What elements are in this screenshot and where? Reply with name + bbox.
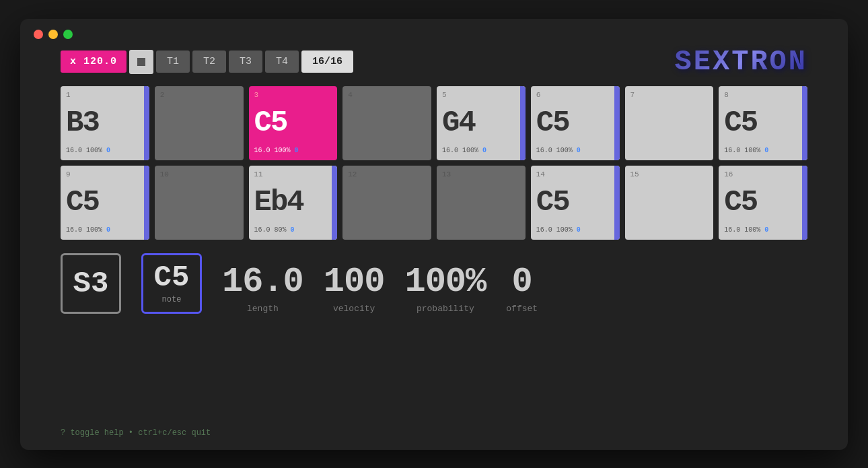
tab-t3[interactable]: T3 — [229, 51, 262, 73]
cell-info: 16.0 100% 0 — [442, 147, 520, 155]
step-cell-12[interactable]: 12 — [342, 166, 431, 240]
offset-value: 0 — [512, 265, 532, 300]
step-cell-16[interactable]: 16C516.0 100% 0 — [719, 166, 807, 240]
probability-label: probability — [417, 304, 474, 314]
step-grid: 1B316.0 100% 023C516.0 100% 045G416.0 10… — [61, 86, 807, 240]
cell-number: 13 — [442, 171, 520, 178]
app-logo: SEXTRON — [675, 46, 807, 78]
tab-t2[interactable]: T2 — [192, 51, 226, 73]
cell-number: 3 — [254, 92, 332, 99]
cell-note: C5 — [66, 187, 144, 217]
maximize-button[interactable] — [63, 30, 73, 39]
length-param: 16.0 length — [222, 265, 303, 314]
bottom-panel: S3 C5 note 16.0 length 100 velocity 100%… — [61, 248, 807, 314]
minimize-button[interactable] — [48, 30, 58, 39]
cell-number: 14 — [536, 171, 614, 178]
note-key-display[interactable]: C5 note — [141, 253, 202, 314]
cell-info: 16.0 100% 0 — [66, 147, 144, 155]
toolbar: x 120.0 T1 T2 T3 T4 16/16 SEXTRON — [61, 50, 807, 74]
cell-number: 16 — [724, 171, 802, 178]
main-content: x 120.0 T1 T2 T3 T4 16/16 SEXTRON 1B316.… — [20, 50, 848, 327]
velocity-label: velocity — [333, 304, 375, 314]
step-cell-4[interactable]: 4 — [342, 86, 431, 160]
cell-note: B3 — [66, 108, 144, 137]
probability-value: 100% — [404, 265, 486, 300]
cell-note: Eb4 — [254, 187, 332, 217]
cell-number: 6 — [536, 92, 614, 99]
cell-number: 15 — [630, 171, 709, 178]
length-label: length — [247, 304, 279, 314]
cell-info: 16.0 100% 0 — [66, 226, 144, 234]
cell-note: G4 — [442, 108, 520, 137]
step-cell-6[interactable]: 6C516.0 100% 0 — [531, 86, 620, 160]
note-key-note: C5 — [154, 263, 190, 292]
cell-info: 16.0 80% 0 — [254, 226, 332, 234]
cell-accent-bar — [614, 86, 620, 160]
step-cell-1[interactable]: 1B316.0 100% 0 — [61, 86, 149, 160]
cell-number: 2 — [160, 92, 238, 99]
step-cell-13[interactable]: 13 — [437, 166, 526, 240]
length-value: 16.0 — [222, 265, 303, 300]
cell-info: 16.0 100% 0 — [536, 226, 614, 234]
offset-param: 0 offset — [506, 265, 538, 314]
cell-note: C5 — [254, 108, 332, 137]
cell-number: 1 — [66, 92, 144, 99]
step-cell-14[interactable]: 14C516.0 100% 0 — [531, 166, 620, 240]
cell-number: 4 — [348, 92, 426, 99]
stop-button[interactable] — [129, 50, 153, 74]
bpm-button[interactable]: x 120.0 — [61, 51, 126, 73]
cell-info: 16.0 100% 0 — [254, 147, 332, 155]
step-cell-10[interactable]: 10 — [155, 166, 244, 240]
help-text: ? toggle help • ctrl+c/esc quit — [61, 428, 211, 438]
velocity-param: 100 velocity — [324, 265, 385, 314]
note-key-label: note — [162, 295, 182, 304]
offset-label: offset — [506, 304, 538, 314]
tab-t1[interactable]: T1 — [156, 51, 190, 73]
probability-param: 100% probability — [404, 265, 486, 314]
cell-accent-bar — [802, 86, 807, 160]
step-cell-2[interactable]: 2 — [155, 86, 244, 160]
tab-16-16[interactable]: 16/16 — [301, 51, 353, 73]
cell-note: C5 — [536, 108, 614, 137]
close-button[interactable] — [34, 30, 43, 39]
step-cell-15[interactable]: 15 — [625, 166, 714, 240]
cell-accent-bar — [520, 86, 526, 160]
cell-number: 12 — [348, 171, 426, 178]
app-window: x 120.0 T1 T2 T3 T4 16/16 SEXTRON 1B316.… — [20, 19, 848, 450]
step-cell-9[interactable]: 9C516.0 100% 0 — [61, 166, 149, 240]
cell-number: 8 — [724, 92, 802, 99]
step-cell-3[interactable]: 3C516.0 100% 0 — [249, 86, 338, 160]
cell-number: 7 — [630, 92, 709, 99]
step-cell-5[interactable]: 5G416.0 100% 0 — [437, 86, 526, 160]
step-cell-7[interactable]: 7 — [625, 86, 714, 160]
step-key-note: S3 — [73, 269, 109, 298]
stop-icon — [137, 58, 145, 66]
cell-accent-bar — [144, 86, 149, 160]
cell-accent-bar — [614, 166, 620, 240]
step-cell-11[interactable]: 11Eb416.0 80% 0 — [249, 166, 338, 240]
cell-number: 5 — [442, 92, 520, 99]
cell-note: C5 — [724, 108, 802, 137]
cell-note: C5 — [724, 187, 802, 217]
step-cell-8[interactable]: 8C516.0 100% 0 — [719, 86, 807, 160]
step-key-display: S3 — [61, 253, 121, 314]
cell-accent-bar — [802, 166, 807, 240]
velocity-value: 100 — [324, 265, 385, 300]
cell-info: 16.0 100% 0 — [536, 147, 614, 155]
cell-accent-bar — [144, 166, 149, 240]
cell-info: 16.0 100% 0 — [724, 226, 802, 234]
cell-number: 9 — [66, 171, 144, 178]
cell-accent-bar — [332, 166, 337, 240]
cell-info: 16.0 100% 0 — [724, 147, 802, 155]
cell-number: 10 — [160, 171, 238, 178]
tab-t4[interactable]: T4 — [265, 51, 299, 73]
cell-number: 11 — [254, 171, 332, 178]
cell-note: C5 — [536, 187, 614, 217]
